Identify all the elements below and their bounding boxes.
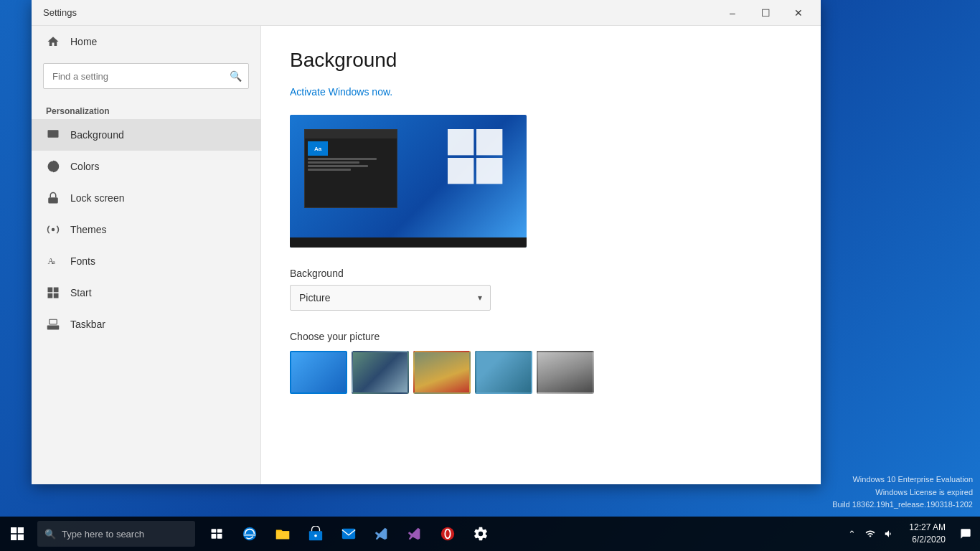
svg-rect-2 xyxy=(48,197,58,203)
close-button[interactable]: ✕ xyxy=(782,0,815,26)
svg-rect-12 xyxy=(448,129,473,155)
taskbar-right: ⌃ 12:27 AM 6/2/2020 xyxy=(843,522,980,546)
svg-point-26 xyxy=(314,534,317,537)
home-label: Home xyxy=(70,36,97,47)
preview-line-4 xyxy=(308,169,351,171)
clock-date: 6/2/2020 xyxy=(909,534,946,546)
start-button[interactable] xyxy=(0,517,34,551)
svg-rect-20 xyxy=(212,529,217,532)
network-icon[interactable] xyxy=(862,525,879,542)
search-icon: 🔍 xyxy=(230,70,242,82)
build-label: Build 18362.19h1_release.190318-1202 xyxy=(832,499,973,512)
choose-picture-label: Choose your picture xyxy=(290,331,792,342)
sidebar-item-lock-screen[interactable]: Lock screen xyxy=(32,182,260,214)
picture-thumb-5[interactable] xyxy=(537,351,594,394)
background-icon xyxy=(46,128,60,142)
tray-arrow-icon[interactable]: ⌃ xyxy=(843,525,860,542)
titlebar-title: Settings xyxy=(43,7,77,18)
picture-thumb-2[interactable] xyxy=(352,351,409,394)
os-label: Windows 10 Enterprise Evaluation xyxy=(832,474,973,486)
colors-label: Colors xyxy=(70,161,99,172)
svg-rect-22 xyxy=(212,534,217,539)
svg-rect-23 xyxy=(217,534,222,539)
task-view-button[interactable] xyxy=(201,517,232,551)
sidebar-search-container: 🔍 xyxy=(43,63,249,89)
start-label: Start xyxy=(70,287,92,298)
themes-icon xyxy=(46,222,60,237)
settings-main: Background Activate Windows now. xyxy=(261,26,821,484)
fonts-icon: Aa xyxy=(46,254,60,268)
svg-rect-16 xyxy=(11,527,17,533)
picture-thumb-4[interactable] xyxy=(475,351,532,394)
notification-center-button[interactable] xyxy=(957,525,974,542)
background-preview: Aa xyxy=(290,115,527,248)
minimize-button[interactable]: – xyxy=(716,0,749,26)
taskbar-clock[interactable]: 12:27 AM 6/2/2020 xyxy=(903,522,951,546)
svg-rect-8 xyxy=(48,293,53,298)
lock-screen-icon xyxy=(46,191,60,205)
sidebar-item-home[interactable]: Home xyxy=(32,26,260,57)
taskbar: 🔍 Type here to search xyxy=(0,517,980,551)
vscode-purple-icon[interactable] xyxy=(399,517,430,551)
preview-taskbar xyxy=(290,237,527,248)
preview-mini-window: Aa xyxy=(304,129,397,208)
preview-line-2 xyxy=(308,161,359,164)
sidebar-item-taskbar[interactable]: Taskbar xyxy=(32,309,260,340)
svg-rect-21 xyxy=(217,529,222,532)
file-explorer-icon[interactable] xyxy=(267,517,298,551)
settings-window: Settings – ☐ ✕ Home 🔍 xyxy=(32,0,821,484)
lock-screen-label: Lock screen xyxy=(70,192,124,204)
svg-rect-13 xyxy=(476,129,502,155)
svg-rect-27 xyxy=(342,529,355,540)
svg-rect-0 xyxy=(48,130,59,138)
picture-thumb-3[interactable] xyxy=(413,351,471,394)
taskbar-search-placeholder: Type here to search xyxy=(62,529,144,540)
preview-windows-logo xyxy=(448,129,505,187)
svg-rect-11 xyxy=(50,319,57,324)
settings-sidebar: Home 🔍 Personalization Background xyxy=(32,26,261,484)
system-tray: ⌃ xyxy=(843,525,897,542)
home-icon xyxy=(46,34,60,49)
license-label: Windows License is expired xyxy=(832,486,973,499)
start-icon xyxy=(46,286,60,300)
windows-watermark: Windows 10 Enterprise Evaluation Windows… xyxy=(832,474,973,512)
vscode-blue-icon[interactable] xyxy=(366,517,397,551)
volume-icon[interactable] xyxy=(880,525,897,542)
clock-time: 12:27 AM xyxy=(909,522,946,534)
mail-icon[interactable] xyxy=(333,517,364,551)
svg-rect-18 xyxy=(11,534,17,540)
preview-window-content: Aa xyxy=(305,138,397,174)
fonts-label: Fonts xyxy=(70,255,95,267)
taskbar-search-bar[interactable]: 🔍 Type here to search xyxy=(37,521,195,547)
svg-text:a: a xyxy=(52,259,55,265)
preview-window-titlebar xyxy=(305,130,397,138)
themes-label: Themes xyxy=(70,224,107,235)
svg-rect-7 xyxy=(54,288,59,293)
preview-line-3 xyxy=(308,165,368,167)
taskbar-pinned-icons xyxy=(201,517,496,551)
sidebar-item-fonts[interactable]: Aa Fonts xyxy=(32,245,260,277)
activate-windows-link[interactable]: Activate Windows now. xyxy=(290,86,792,98)
sidebar-item-themes[interactable]: Themes xyxy=(32,214,260,245)
edge-browser-icon[interactable] xyxy=(234,517,265,551)
svg-rect-15 xyxy=(476,158,502,184)
store-icon[interactable] xyxy=(300,517,331,551)
sidebar-item-colors[interactable]: Colors xyxy=(32,151,260,182)
background-dropdown[interactable]: Picture Solid color Slideshow xyxy=(290,285,491,311)
opera-icon[interactable] xyxy=(432,517,463,551)
settings-body: Home 🔍 Personalization Background xyxy=(32,26,821,484)
settings-gear-icon[interactable] xyxy=(465,517,496,551)
picture-thumb-1[interactable] xyxy=(290,351,347,394)
background-section-label: Background xyxy=(290,268,792,279)
sidebar-item-start[interactable]: Start xyxy=(32,277,260,309)
svg-rect-10 xyxy=(47,326,60,330)
search-input[interactable] xyxy=(43,63,249,89)
taskbar-icon xyxy=(46,317,60,331)
desktop: Settings – ☐ ✕ Home 🔍 xyxy=(0,0,980,551)
maximize-button[interactable]: ☐ xyxy=(749,0,782,26)
background-dropdown-wrapper: Picture Solid color Slideshow ▾ xyxy=(290,285,491,311)
svg-rect-17 xyxy=(18,527,24,533)
sidebar-item-background[interactable]: Background xyxy=(32,119,260,151)
picture-grid xyxy=(290,351,792,394)
preview-aa-badge: Aa xyxy=(308,141,328,156)
